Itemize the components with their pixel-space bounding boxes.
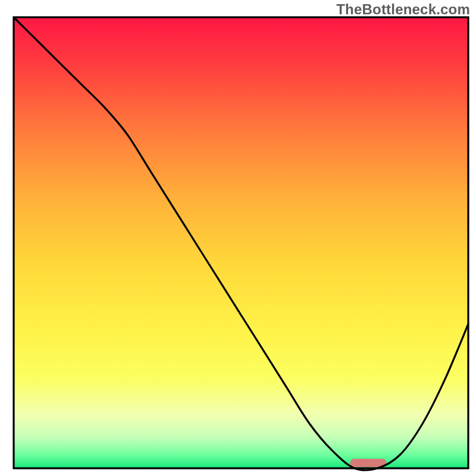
- optimal-marker: [350, 459, 386, 467]
- bottleneck-chart: [0, 0, 476, 476]
- chart-stage: { "watermark": "TheBottleneck.com", "cha…: [0, 0, 476, 476]
